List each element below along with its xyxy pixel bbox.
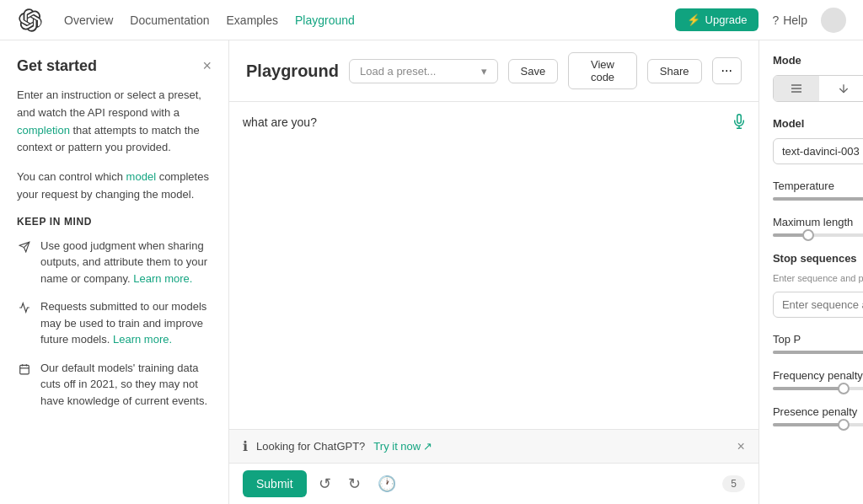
help-circle-icon: ? — [772, 13, 779, 27]
mode-section: Mode — [773, 54, 863, 102]
temperature-fill — [773, 197, 863, 201]
undo-button[interactable]: ↺ — [314, 471, 336, 496]
frequency-penalty-row: Frequency penalty 0 — [773, 369, 863, 382]
nav-right: ⚡ Upgrade ? Help — [675, 8, 846, 33]
presence-penalty-fill — [773, 423, 844, 426]
submit-button[interactable]: Submit — [243, 470, 307, 497]
frequency-penalty-section: Frequency penalty 0 — [773, 369, 863, 390]
training-learn-more-link[interactable]: Learn more. — [113, 333, 172, 346]
token-count: 5 — [722, 475, 745, 492]
preset-selector[interactable]: Load a preset... ▾ — [349, 59, 498, 83]
sidebar: Get started × Enter an instruction or se… — [0, 40, 229, 504]
redo-button[interactable]: ↻ — [343, 471, 366, 496]
temperature-section: Temperature 0.7 — [773, 180, 863, 201]
nav-examples[interactable]: Examples — [227, 13, 278, 27]
mode-insert-button[interactable] — [821, 76, 863, 101]
content-header: Playground Load a preset... ▾ Save View … — [229, 40, 758, 102]
top-p-slider[interactable] — [773, 351, 863, 354]
top-p-section: Top P 1 — [773, 333, 863, 354]
nav-overview[interactable]: Overview — [64, 13, 113, 27]
page-title: Playground — [246, 62, 339, 81]
sidebar-item-cutoff: Our default models' training data cuts o… — [17, 360, 212, 410]
save-button[interactable]: Save — [508, 59, 559, 83]
mode-buttons — [773, 75, 863, 102]
frequency-penalty-slider[interactable] — [773, 387, 863, 390]
presence-penalty-section: Presence penalty 0 — [773, 405, 863, 426]
sidebar-model-desc: You can control which model completes yo… — [17, 169, 212, 204]
stop-sequences-section: Stop sequences Enter sequence and press … — [773, 252, 863, 318]
sidebar-items: Use good judgment when sharing outputs, … — [17, 238, 212, 410]
mode-label: Mode — [773, 54, 863, 67]
model-selector[interactable]: text-davinci-003 ▾ — [773, 138, 863, 164]
logo — [17, 7, 44, 34]
frequency-penalty-thumb[interactable] — [838, 383, 850, 394]
mode-complete-button[interactable] — [774, 76, 819, 101]
send-icon — [17, 239, 32, 255]
upgrade-icon: ⚡ — [687, 13, 700, 26]
nav-playground[interactable]: Playground — [295, 13, 355, 27]
sidebar-header: Get started × — [17, 57, 212, 75]
view-code-button[interactable]: View code — [568, 52, 637, 89]
upgrade-button[interactable]: ⚡ Upgrade — [675, 8, 759, 31]
svg-rect-2 — [20, 365, 29, 374]
avatar[interactable] — [821, 8, 846, 33]
sidebar-title: Get started — [17, 57, 97, 75]
banner-text: Looking for ChatGPT? — [256, 440, 365, 453]
chevron-down-icon: ▾ — [481, 65, 487, 78]
main-layout: Get started × Enter an instruction or se… — [0, 40, 863, 504]
close-banner-button[interactable]: × — [737, 439, 745, 454]
max-length-slider[interactable] — [773, 233, 863, 237]
info-icon: ℹ — [243, 438, 248, 454]
calendar-icon — [17, 362, 32, 377]
microphone-icon[interactable] — [732, 114, 747, 131]
presence-penalty-thumb[interactable] — [838, 419, 850, 431]
presence-penalty-slider[interactable] — [773, 423, 863, 426]
frequency-penalty-fill — [773, 387, 844, 390]
activity-icon — [17, 300, 32, 315]
help-button[interactable]: ? Help — [772, 13, 807, 27]
try-it-now-link[interactable]: Try it now ↗ — [373, 440, 432, 453]
toolbar: Submit ↺ ↻ 🕐 5 — [229, 463, 758, 504]
navigation: Overview Documentation Examples Playgrou… — [0, 0, 863, 40]
nav-documentation[interactable]: Documentation — [130, 13, 209, 27]
max-length-thumb[interactable] — [802, 229, 814, 241]
close-sidebar-button[interactable]: × — [202, 57, 212, 75]
keep-in-mind-label: KEEP IN MIND — [17, 216, 212, 228]
top-p-row: Top P 1 — [773, 333, 863, 346]
stop-sequences-hint: Enter sequence and press Tab — [773, 273, 863, 283]
max-length-row: Maximum length 256 — [773, 216, 863, 228]
sidebar-item-sharing: Use good judgment when sharing outputs, … — [17, 238, 212, 287]
temperature-row: Temperature 0.7 — [773, 180, 863, 192]
nav-links: Overview Documentation Examples Playgrou… — [64, 13, 355, 27]
editor-input[interactable]: what are you? — [229, 102, 758, 429]
external-link-icon: ↗ — [423, 440, 432, 453]
stop-sequences-input[interactable] — [773, 292, 863, 318]
editor-area: what are you? — [229, 102, 758, 429]
stop-sequences-label: Stop sequences — [773, 252, 863, 265]
completion-link[interactable]: completion — [17, 124, 70, 137]
temperature-slider[interactable] — [773, 197, 863, 201]
model-label: Model — [773, 117, 863, 130]
presence-penalty-row: Presence penalty 0 — [773, 405, 863, 418]
sidebar-description: Enter an instruction or select a preset,… — [17, 87, 212, 157]
sharing-learn-more-link[interactable]: Learn more. — [133, 272, 192, 285]
top-p-fill — [773, 351, 863, 354]
max-length-section: Maximum length 256 — [773, 216, 863, 237]
model-link[interactable]: model — [126, 170, 156, 183]
share-button[interactable]: Share — [647, 59, 702, 83]
right-panel: Mode Model text-davinci-003 ▾ — [759, 40, 863, 504]
history-button[interactable]: 🕐 — [373, 471, 401, 496]
content-area: Playground Load a preset... ▾ Save View … — [229, 40, 759, 504]
sidebar-item-training: Requests submitted to our models may be … — [17, 298, 212, 348]
model-section: Model text-davinci-003 ▾ — [773, 117, 863, 164]
more-options-button[interactable]: ··· — [712, 57, 742, 84]
chatgpt-banner: ℹ Looking for ChatGPT? Try it now ↗ × — [229, 429, 758, 463]
